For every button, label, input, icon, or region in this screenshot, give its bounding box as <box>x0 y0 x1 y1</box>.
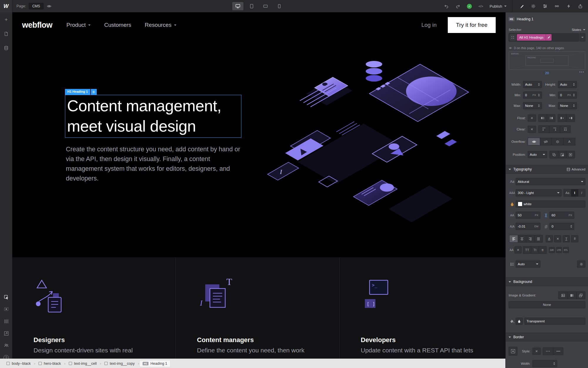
publish-button[interactable]: Publish <box>490 4 507 9</box>
font-weight-select[interactable]: 300 - Light <box>516 189 562 196</box>
direction-default-button[interactable]: DIR <box>549 247 555 253</box>
clear-none-button[interactable]: ✕ <box>528 126 536 133</box>
bg-layers-icon[interactable] <box>576 292 585 299</box>
position-fixed-icon[interactable] <box>566 151 574 158</box>
device-desktop-button[interactable] <box>232 2 243 10</box>
feature-title[interactable]: Content managers <box>197 336 254 344</box>
style-italic-icon[interactable]: I <box>578 189 585 196</box>
border-width-stepper[interactable] <box>553 362 555 365</box>
add-element-plus-icon[interactable]: + <box>0 15 12 25</box>
login-link[interactable]: Log in <box>421 22 437 28</box>
clear-left-icon[interactable] <box>539 126 549 133</box>
baseline-icon[interactable]: A <box>546 235 553 242</box>
min-height-stepper[interactable] <box>573 94 575 97</box>
align-justify-icon[interactable] <box>534 235 542 242</box>
min-width-unit[interactable]: PX <box>532 94 536 97</box>
decoration-none-button[interactable]: ✕ <box>554 235 561 242</box>
breadcrumb-item-body[interactable]: body--black <box>4 360 34 367</box>
nav-link-resources[interactable]: Resources <box>145 22 176 28</box>
capitalize-button[interactable]: Tt <box>531 246 539 253</box>
edit-class-pencil-icon[interactable] <box>546 34 552 41</box>
direction-rtl-button[interactable]: RTL <box>563 247 569 253</box>
float-inline-left-icon[interactable] <box>558 115 566 122</box>
features-section[interactable]: Designers Design content-driven sites wi… <box>12 257 505 359</box>
hero-paragraph[interactable]: Create the content structure you need, a… <box>66 145 240 183</box>
feature-text[interactable]: Update content with a REST API that lets <box>361 347 473 354</box>
states-dropdown[interactable]: States <box>572 28 585 32</box>
style-panel-tab-brush-icon[interactable] <box>519 3 524 9</box>
border-solid-icon[interactable] <box>553 348 563 355</box>
bg-image-icon[interactable] <box>559 292 567 299</box>
spacing-more-button[interactable]: ••• <box>579 70 584 74</box>
site-brand-logo[interactable]: webflow <box>22 21 52 30</box>
clear-both-icon[interactable] <box>560 126 570 133</box>
list-settings-gear-icon[interactable] <box>577 261 585 268</box>
selector-dropdown-button[interactable] <box>579 33 585 42</box>
interactions-tab-nodes-icon[interactable] <box>554 3 560 9</box>
style-source-grid-icon[interactable] <box>510 34 516 41</box>
device-mobile-landscape-button[interactable] <box>260 2 271 10</box>
nav-link-product[interactable]: Product <box>66 22 91 28</box>
max-width-input[interactable]: None <box>523 102 542 109</box>
frame-arrow-icon[interactable] <box>0 328 12 338</box>
pages-icon[interactable] <box>0 29 12 39</box>
align-right-icon[interactable] <box>526 235 534 242</box>
border-width-input[interactable] <box>532 360 557 367</box>
selection-tag-label[interactable]: H1 Heading 1 <box>65 89 90 95</box>
position-select[interactable]: Auto <box>528 151 547 158</box>
min-width-input[interactable]: 0 PX <box>523 92 542 99</box>
marquee-eye-icon[interactable] <box>0 304 12 314</box>
class-pill[interactable]: All H1 Headings <box>517 34 546 41</box>
style-normal-icon[interactable]: I <box>571 189 578 196</box>
export-icon[interactable] <box>577 3 583 9</box>
feature-column-developers[interactable]: >_ [ ] Developers Update content with a … <box>339 257 505 359</box>
border-dashed-icon[interactable] <box>543 348 553 355</box>
columns-icon[interactable] <box>0 316 12 326</box>
style-regular-icon[interactable]: Aa <box>564 189 571 196</box>
spacing-box-model[interactable]: MARGIN PADDING <box>509 51 585 70</box>
design-canvas[interactable]: webflow Product Customers Resources Log … <box>12 12 505 359</box>
cms-database-icon[interactable] <box>0 43 12 53</box>
site-navbar[interactable]: webflow Product Customers Resources Log … <box>12 12 505 38</box>
clear-right-icon[interactable] <box>549 126 560 133</box>
min-height-input[interactable]: 0 PX <box>558 92 577 99</box>
settings-panel-tab-gear-icon[interactable] <box>530 3 536 9</box>
hero-heading[interactable]: Content management, meet visual design <box>65 95 241 136</box>
margin-bottom-value[interactable]: 20 <box>506 71 588 75</box>
webflow-logo[interactable]: W <box>0 0 12 12</box>
feature-column-designers[interactable]: Designers Design content-driven sites wi… <box>12 257 176 359</box>
typography-section-header[interactable]: Typography Advanced <box>506 165 588 174</box>
lightning-icon[interactable] <box>566 3 572 9</box>
underline-icon[interactable]: T <box>563 235 570 242</box>
direction-ltr-button[interactable]: LTR <box>556 247 562 253</box>
height-stepper[interactable] <box>573 83 575 86</box>
selector-input[interactable]: All H1 Headings <box>509 33 579 42</box>
nav-link-customers[interactable]: Customers <box>104 22 131 28</box>
overflow-hidden-eye-off-icon[interactable] <box>540 138 552 145</box>
try-free-button[interactable]: Try it for free <box>448 17 496 33</box>
feature-text[interactable]: Design content-driven sites with real <box>34 347 133 354</box>
selected-heading-outline[interactable]: H1 Heading 1 Content management, meet vi… <box>65 95 241 138</box>
width-stepper[interactable] <box>538 83 540 86</box>
font-color-input[interactable]: white <box>516 200 585 208</box>
text-indent-stepper[interactable] <box>570 225 572 228</box>
letter-spacing-input[interactable]: -0.01 EM <box>516 223 540 230</box>
select-cursor-icon[interactable] <box>0 292 12 302</box>
border-style-none-button[interactable]: ✕ <box>532 348 541 355</box>
min-width-stepper[interactable] <box>538 94 540 97</box>
color-swatch[interactable] <box>518 202 522 206</box>
bg-color-input[interactable]: Transparent <box>524 318 585 325</box>
breadcrumb-item-cell[interactable]: text-img__cell <box>66 360 100 367</box>
overflow-scroll-icon[interactable] <box>552 138 563 145</box>
overflow-visible-eye-icon[interactable] <box>528 138 540 145</box>
text-indent-input[interactable]: 0 <box>549 223 574 230</box>
align-left-icon[interactable] <box>510 235 518 242</box>
bg-gradient-icon[interactable] <box>567 292 576 299</box>
page-switcher[interactable]: CMS <box>29 3 44 9</box>
font-size-input[interactable]: 50 PX <box>516 212 540 219</box>
max-height-stepper[interactable] <box>573 104 575 107</box>
position-relative-icon[interactable] <box>550 151 558 158</box>
height-input[interactable]: Auto <box>558 81 577 88</box>
align-center-icon[interactable] <box>518 235 526 242</box>
float-left-icon[interactable] <box>539 115 547 122</box>
